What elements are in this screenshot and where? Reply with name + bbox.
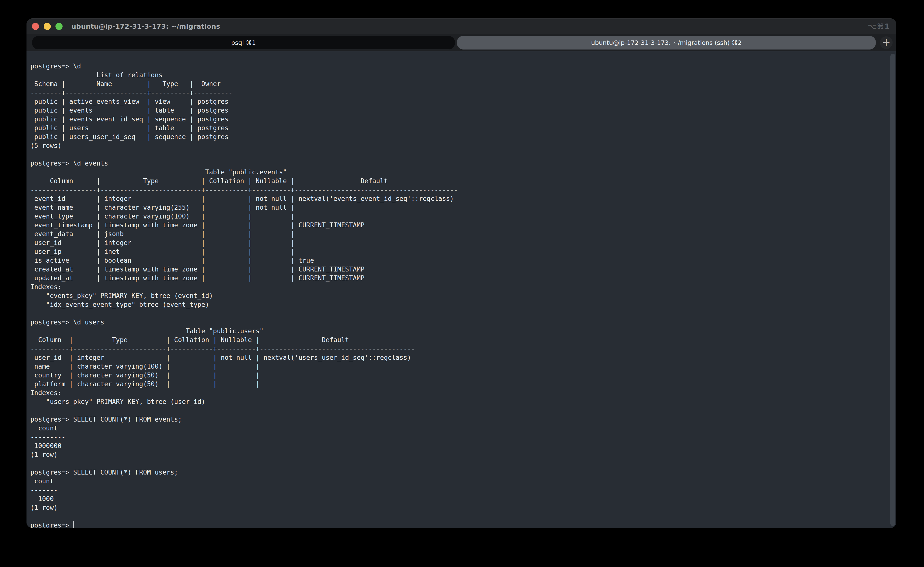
- scrollbar-thumb[interactable]: [890, 54, 895, 526]
- tab-ssh[interactable]: ubuntu@ip-172-31-3-173: ~/migrations (ss…: [457, 36, 876, 50]
- terminal-output: postgres=> \d List of relations Schema |…: [27, 51, 896, 528]
- plus-icon: +: [882, 37, 890, 47]
- tab-bar: psql ⌘1 ubuntu@ip-172-31-3-173: ~/migrat…: [27, 34, 896, 51]
- zoom-button[interactable]: [56, 23, 63, 30]
- window-title: ubuntu@ip-172-31-3-173: ~/migrations: [71, 22, 220, 30]
- text-cursor: [73, 521, 74, 528]
- tab-psql-label: psql ⌘1: [231, 39, 256, 46]
- close-button[interactable]: [32, 23, 39, 30]
- terminal-window: ubuntu@ip-172-31-3-173: ~/migrations ⌥⌘1…: [27, 18, 896, 528]
- new-tab-button[interactable]: +: [880, 36, 892, 49]
- minimize-button[interactable]: [44, 23, 51, 30]
- terminal-screen[interactable]: postgres=> \d List of relations Schema |…: [27, 51, 896, 528]
- tab-psql[interactable]: psql ⌘1: [32, 36, 455, 50]
- title-bar: ubuntu@ip-172-31-3-173: ~/migrations ⌥⌘1: [27, 18, 896, 34]
- tab-ssh-label: ubuntu@ip-172-31-3-173: ~/migrations (ss…: [591, 39, 742, 46]
- window-shortcut-hint: ⌥⌘1: [868, 22, 890, 31]
- window-controls: [32, 23, 63, 30]
